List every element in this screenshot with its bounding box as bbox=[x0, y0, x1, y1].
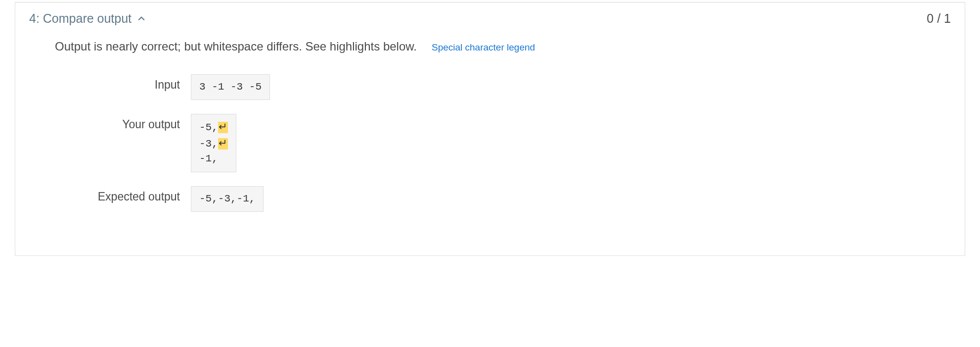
highlighted-newline: ↵ bbox=[218, 138, 228, 149]
result-message: Output is nearly correct; but whitespace… bbox=[55, 40, 417, 53]
special-char-legend-link[interactable]: Special character legend bbox=[432, 42, 535, 53]
panel-title-row: 4: Compare output bbox=[29, 11, 146, 26]
input-label: Input bbox=[55, 74, 191, 92]
compare-output-panel: 4: Compare output 0 / 1 Output is nearly… bbox=[15, 2, 965, 256]
panel-body: Output is nearly correct; but whitespace… bbox=[15, 30, 965, 255]
score-text: 0 / 1 bbox=[927, 11, 951, 26]
chevron-up-icon bbox=[136, 14, 146, 24]
output-line-text: -5, bbox=[199, 122, 218, 133]
expected-output-row: Expected output -5,-3,-1, bbox=[55, 186, 925, 212]
message-row: Output is nearly correct; but whitespace… bbox=[55, 40, 925, 53]
panel-title-text: 4: Compare output bbox=[29, 11, 132, 26]
output-line: -1, bbox=[199, 151, 228, 166]
output-line-text: -3, bbox=[199, 138, 218, 149]
newline-icon: ↵ bbox=[219, 137, 227, 149]
panel-header[interactable]: 4: Compare output 0 / 1 bbox=[15, 2, 965, 30]
output-line-text: -1, bbox=[199, 153, 218, 164]
highlighted-newline: ↵ bbox=[218, 122, 228, 133]
input-row: Input 3 -1 -3 -5 bbox=[55, 74, 925, 100]
your-output-value: -5,↵-3,↵-1, bbox=[191, 114, 236, 172]
output-line: -5,↵ bbox=[199, 119, 228, 135]
expected-output-label: Expected output bbox=[55, 186, 191, 203]
output-line: -3,↵ bbox=[199, 136, 228, 151]
newline-icon: ↵ bbox=[219, 121, 227, 132]
your-output-row: Your output -5,↵-3,↵-1, bbox=[55, 114, 925, 172]
input-value: 3 -1 -3 -5 bbox=[191, 74, 270, 100]
your-output-label: Your output bbox=[55, 114, 191, 131]
expected-output-value: -5,-3,-1, bbox=[191, 186, 264, 212]
